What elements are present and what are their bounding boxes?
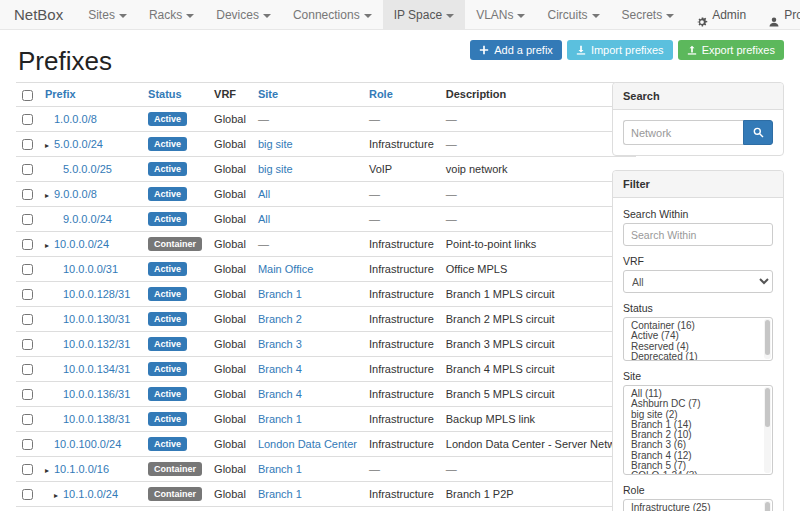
- row-checkbox[interactable]: [22, 464, 33, 475]
- vrf-cell: Global: [208, 206, 252, 231]
- empty-value: —: [446, 463, 457, 475]
- chevron-down-icon: [119, 14, 127, 18]
- site-link[interactable]: Main Office: [258, 263, 313, 275]
- filter-option[interactable]: Deprecated (1): [624, 352, 772, 361]
- brand-logo[interactable]: NetBox: [0, 0, 77, 29]
- prefix-link[interactable]: 10.0.0.0/31: [63, 263, 118, 275]
- nav-item-connections[interactable]: Connections: [282, 0, 383, 29]
- add-prefix-button[interactable]: Add a prefix: [470, 40, 562, 60]
- row-checkbox[interactable]: [22, 189, 33, 200]
- nav-item-devices[interactable]: Devices: [205, 0, 282, 29]
- prefix-link[interactable]: 10.0.100.0/24: [54, 438, 121, 450]
- status-cell: Container: [142, 231, 208, 256]
- nav-item-circuits[interactable]: Circuits: [536, 0, 610, 29]
- role-cell: Infrastructure: [363, 381, 440, 406]
- column-header-label[interactable]: Site: [258, 88, 278, 100]
- import-prefixes-button[interactable]: Import prefixes: [567, 40, 673, 60]
- status-scrollbar[interactable]: [764, 319, 771, 359]
- site-cell: All: [252, 181, 363, 206]
- site-link[interactable]: Branch 1: [258, 288, 302, 300]
- prefix-link[interactable]: 10.0.0.0/24: [54, 238, 109, 250]
- vrf-select[interactable]: All: [623, 270, 773, 293]
- search-within-input[interactable]: [623, 223, 773, 246]
- status-multiselect[interactable]: Container (16)Active (74)Reserved (4)Dep…: [623, 317, 773, 361]
- row-checkbox[interactable]: [22, 339, 33, 350]
- row-checkbox[interactable]: [22, 264, 33, 275]
- row-checkbox[interactable]: [22, 389, 33, 400]
- role-scrollbar[interactable]: [764, 501, 771, 511]
- row-checkbox[interactable]: [22, 439, 33, 450]
- row-checkbox[interactable]: [22, 289, 33, 300]
- status-badge: Active: [148, 387, 187, 401]
- role-cell: Infrastructure: [363, 306, 440, 331]
- site-link[interactable]: London Data Center: [258, 438, 357, 450]
- site-link[interactable]: Branch 1: [258, 463, 302, 475]
- row-checkbox[interactable]: [22, 139, 33, 150]
- prefix-link[interactable]: 1.0.0.0/8: [54, 113, 97, 125]
- row-checkbox[interactable]: [22, 214, 33, 225]
- prefix-link[interactable]: 10.0.0.130/31: [63, 313, 130, 325]
- search-button[interactable]: [743, 120, 773, 145]
- export-prefixes-button[interactable]: Export prefixes: [678, 40, 784, 60]
- prefix-link[interactable]: 10.0.0.136/31: [63, 388, 130, 400]
- prefix-link[interactable]: 10.1.0.0/16: [54, 463, 109, 475]
- site-link[interactable]: Branch 1: [258, 488, 302, 500]
- role-cell: Infrastructure: [363, 331, 440, 356]
- nav-item-sites[interactable]: Sites: [77, 0, 138, 29]
- prefix-link[interactable]: 9.0.0.0/8: [54, 188, 97, 200]
- prefix-link[interactable]: 10.0.0.138/31: [63, 413, 130, 425]
- row-checkbox-cell: [16, 331, 39, 356]
- row-checkbox[interactable]: [22, 414, 33, 425]
- site-link[interactable]: Branch 3: [258, 338, 302, 350]
- prefix-link[interactable]: 10.0.0.132/31: [63, 338, 130, 350]
- admin-link[interactable]: Admin: [685, 0, 757, 29]
- prefix-link[interactable]: 10.1.0.0/24: [63, 488, 118, 500]
- site-link[interactable]: Branch 4: [258, 363, 302, 375]
- nav-item-vlans[interactable]: VLANs: [465, 0, 536, 29]
- prefix-link[interactable]: 5.0.0.0/24: [54, 138, 103, 150]
- row-checkbox[interactable]: [22, 364, 33, 375]
- row-checkbox[interactable]: [22, 489, 33, 500]
- prefix-cell: 10.0.0.0/31: [39, 256, 142, 281]
- site-link[interactable]: Branch 4: [258, 388, 302, 400]
- profile-label: Profile: [784, 0, 800, 30]
- site-link[interactable]: big site: [258, 138, 293, 150]
- row-checkbox[interactable]: [22, 114, 33, 125]
- site-scrollbar[interactable]: [764, 387, 771, 473]
- filter-option[interactable]: Infrastructure (25): [624, 503, 772, 511]
- vrf-cell: Global: [208, 181, 252, 206]
- nav-item-secrets[interactable]: Secrets: [611, 0, 686, 29]
- description-cell: Branch 3 MPLS circuit: [440, 331, 637, 356]
- site-link[interactable]: Branch 2: [258, 313, 302, 325]
- prefix-cell: ▸10.1.0.0/24: [39, 481, 142, 506]
- column-header-label[interactable]: Prefix: [45, 88, 76, 100]
- prefix-cell: 10.0.0.138/31: [39, 406, 142, 431]
- status-badge: Active: [148, 412, 187, 426]
- column-header-label[interactable]: Role: [369, 88, 393, 100]
- row-checkbox[interactable]: [22, 239, 33, 250]
- prefix-link[interactable]: 10.0.0.134/31: [63, 363, 130, 375]
- site-multiselect[interactable]: All (11)Ashburn DC (7)big site (2)Branch…: [623, 385, 773, 475]
- search-input[interactable]: [623, 120, 743, 145]
- prefix-link[interactable]: 10.0.0.128/31: [63, 288, 130, 300]
- column-header-label[interactable]: Status: [148, 88, 182, 100]
- empty-value: —: [258, 238, 269, 250]
- filter-option[interactable]: COLO-1-24 (3): [624, 471, 772, 475]
- select-all-checkbox[interactable]: [22, 90, 33, 101]
- table-row: ▸10.1.0.0/24ContainerGlobalBranch 1Infra…: [16, 481, 636, 506]
- site-cell: Branch 1: [252, 481, 363, 506]
- nav-item-racks[interactable]: Racks: [138, 0, 205, 29]
- site-link[interactable]: big site: [258, 163, 293, 175]
- description-cell: —: [440, 456, 637, 481]
- row-checkbox[interactable]: [22, 164, 33, 175]
- role-multiselect[interactable]: Infrastructure (25)Management (8)Private…: [623, 499, 773, 511]
- row-checkbox[interactable]: [22, 314, 33, 325]
- profile-link[interactable]: Profile: [757, 0, 800, 29]
- site-link[interactable]: Branch 1: [258, 413, 302, 425]
- chevron-down-icon: [364, 14, 372, 18]
- nav-item-ip-space[interactable]: IP Space: [383, 0, 465, 29]
- prefix-link[interactable]: 5.0.0.0/25: [63, 163, 112, 175]
- prefix-link[interactable]: 9.0.0.0/24: [63, 213, 112, 225]
- site-link[interactable]: All: [258, 188, 270, 200]
- site-link[interactable]: All: [258, 213, 270, 225]
